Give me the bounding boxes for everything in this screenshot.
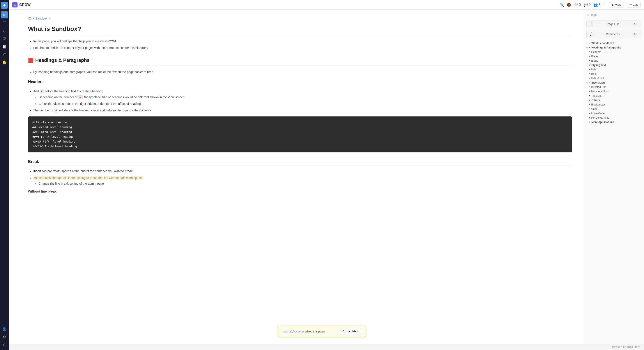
page-list-header[interactable]: 📄 Page List 5 <box>586 20 640 28</box>
sidebar-item-menu[interactable]: ☰ <box>1 19 8 26</box>
heart-icon[interactable]: 🤍 0 <box>574 3 581 7</box>
toc-label: More Applications <box>592 121 614 124</box>
right-sidebar: 🏷 Tags 📄 Page List 5 💬 Comments 0 ▾ <box>583 10 644 350</box>
list-item: Change the line break setting of the adm… <box>38 181 572 186</box>
toc-label: Break <box>591 55 598 58</box>
break-section: Break Insert two half-width spaces at th… <box>28 159 572 193</box>
home-icon[interactable]: 🏠 <box>28 17 32 20</box>
code-block-headings: # First-level heading ## Second-level he… <box>28 116 572 153</box>
app-logo[interactable] <box>1 2 8 9</box>
load-latest-button[interactable]: ⟳ Load latest <box>340 329 361 334</box>
toc-item-bold[interactable]: • Bold <box>586 72 640 76</box>
toc-item-insert-lists[interactable]: ▾ Insert Lists <box>586 80 640 85</box>
toc-dot <box>589 47 590 48</box>
toc-label: Bold <box>591 72 596 75</box>
comments-icon: 💬 <box>590 33 593 36</box>
toc-dot <box>589 100 590 101</box>
toc-item-task-list[interactable]: • Task List <box>586 94 640 98</box>
subsection-title-break: Break <box>28 159 572 166</box>
comments-label: Comments <box>606 33 620 36</box>
page-list-icon: 📄 <box>590 22 593 26</box>
toc-item-break[interactable]: • Break <box>586 54 640 59</box>
toc-label: Numbered List <box>591 90 608 93</box>
breadcrumb-page[interactable]: Sandbox <box>35 17 47 20</box>
toc-item-bulleted-list[interactable]: • Bulleted List <box>586 85 640 89</box>
toc-item-numbered-list[interactable]: • Numbered List <box>586 89 640 94</box>
sidebar-item-trash[interactable]: 🗑 <box>1 341 8 348</box>
tags-label: Tags <box>590 13 596 17</box>
inline-code: # <box>54 109 58 112</box>
content-area: 🏠 / Sandbox ⎘ What is Sandbox? In this p… <box>18 10 583 350</box>
toc-item-more-applications[interactable]: ▾ More Applications <box>586 120 640 124</box>
list-item: Insert two half-width spaces at the end … <box>33 169 572 173</box>
toc-item-blockquotes[interactable]: • Blockquotes <box>586 102 640 107</box>
toc-dot <box>589 65 590 66</box>
sidebar-item-settings[interactable]: ⚙ <box>1 333 8 340</box>
intro-list: In this page, you will find tips that he… <box>33 39 572 50</box>
toc-label: Horizontal lines <box>591 116 609 119</box>
toc-item-block[interactable]: • Block <box>586 59 640 63</box>
section-title-headings: 🟥 Headings & Paragraphs <box>28 57 572 66</box>
comment-icon[interactable]: 💬 0 <box>584 3 591 7</box>
headings-intro-list: By inserting headings and paragraphs, yo… <box>33 70 572 74</box>
search-icon[interactable]: 🔍 <box>560 3 564 7</box>
edit-button[interactable]: ✏ Edit <box>627 2 640 8</box>
view-button[interactable]: ▶ View <box>609 2 624 8</box>
code-line: # First-level heading <box>32 120 568 125</box>
toc-item-italic[interactable]: • Italic <box>586 67 640 72</box>
sidebar-item-recent[interactable]: ⏱ <box>1 35 8 42</box>
toast-action: edited this page. <box>304 330 325 333</box>
toc-item-sandbox[interactable]: ▾ What is Sandbox? <box>586 41 640 45</box>
break-list: Insert two half-width spaces at the end … <box>33 169 572 186</box>
toc-item-code[interactable]: • Code <box>586 107 640 111</box>
toc-label: Block <box>591 59 598 62</box>
toc-item-styling[interactable]: ▾ Styling Text <box>586 63 640 67</box>
main-layout: 🏠 / Sandbox ⎘ What is Sandbox? In this p… <box>18 10 644 350</box>
sidebar-item-notifications[interactable]: 🔔 <box>1 59 8 66</box>
sidebar-item-pages[interactable]: 📋 <box>1 43 8 50</box>
sidebar-item-edit[interactable]: ✏ <box>1 12 8 19</box>
sidebar-item-tags[interactable]: 🏷 <box>1 51 8 58</box>
breadcrumb: 🏠 / Sandbox ⎘ <box>28 17 572 20</box>
toc-item-headings[interactable]: ▾ Headings & Paragraphs <box>586 45 640 50</box>
toc-arrow: ▾ <box>586 47 588 49</box>
page-title: What is Sandbox? <box>28 26 572 35</box>
toc-arrow: ▾ <box>586 121 588 123</box>
toc-bullet: • <box>589 103 590 106</box>
toc-label: Bulleted List <box>591 86 606 89</box>
toc-label: Italic & Bold <box>591 77 605 80</box>
toc-bullet: • <box>589 90 590 93</box>
sidebar-page-list: 📄 Page List 5 <box>586 20 640 28</box>
toc-label: Headers <box>591 50 601 54</box>
toc-bullet: • <box>589 77 590 80</box>
copy-icon[interactable]: ⎘ <box>49 17 50 20</box>
page-list-count: 5 <box>632 23 637 26</box>
topbar-right: 🔍 🔕 🤍 0 💬 0 👥 5 ⋯ ▶ View ✏ Edit <box>560 2 640 8</box>
toast-user-link[interactable]: user-a(@user-a) <box>283 330 304 333</box>
more-options-icon[interactable]: ⋯ <box>603 3 606 7</box>
comments-count: 0 <box>632 33 637 36</box>
toc-item-italic-bold[interactable]: • Italic & Bold <box>586 76 640 80</box>
toc-bullet: • <box>589 72 590 75</box>
tags-icon: 🏷 <box>586 13 589 17</box>
toc-label: Styling Text <box>592 64 606 67</box>
toc-bullet: • <box>589 86 590 89</box>
sidebar-item-explore[interactable]: ◇ <box>1 27 8 34</box>
list-item: Depending on the number of #, the typefa… <box>38 95 572 100</box>
users-icon[interactable]: 👥 5 <box>594 3 601 7</box>
sidebar-comments: 💬 Comments 0 <box>586 30 640 38</box>
toc-label: Task List <box>591 94 602 97</box>
toc-item-others[interactable]: ▾ Others <box>586 98 640 102</box>
left-icon-bar: ✏ ☰ ◇ ⏱ 📋 🏷 🔔 👤 ⚙ 🗑 <box>0 0 9 350</box>
subsection-title-without-break: Without line break <box>28 190 572 193</box>
toc-label: Italic <box>591 68 597 71</box>
list-item: Feel free to enrich the content of your … <box>33 45 572 50</box>
toast-text: user-a(@user-a) edited this page. <box>283 330 336 333</box>
comments-header[interactable]: 💬 Comments 0 <box>586 30 640 38</box>
toc-item-headers[interactable]: • Headers <box>586 50 640 54</box>
bell-muted-icon[interactable]: 🔕 <box>567 3 571 7</box>
sidebar-item-user[interactable]: 👤 <box>1 325 8 332</box>
toc-item-inline-code[interactable]: • Inline Code <box>586 111 640 116</box>
toc-item-horizontal-lines[interactable]: • Horizontal lines <box>586 116 640 120</box>
toc-label: Inline Code <box>591 112 604 115</box>
